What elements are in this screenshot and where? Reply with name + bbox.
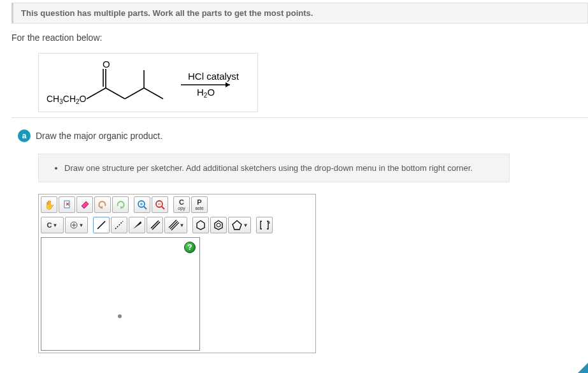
svg-text:HCl catalyst: HCl catalyst (188, 71, 240, 82)
svg-text:CH3CH2O: CH3CH2O (47, 94, 87, 105)
svg-line-4 (125, 88, 144, 99)
copy-label-top: C (179, 199, 184, 206)
paste-button[interactable]: P aste (191, 196, 208, 213)
dotted-bond-button[interactable] (111, 217, 127, 233)
toolbar-bottom: C ▼ ▼ ▼ ▼ (39, 215, 315, 235)
ring-menu-button[interactable]: ▼ (228, 217, 251, 233)
triple-bond-icon (168, 219, 179, 231)
svg-point-36 (217, 223, 220, 227)
single-bond-button[interactable] (93, 217, 110, 233)
undo-button[interactable] (94, 196, 111, 213)
part-letter-badge: a (18, 129, 31, 142)
hexagon-ring-button[interactable] (192, 217, 209, 233)
chevron-down-icon: ▼ (53, 223, 58, 228)
chevron-down-icon: ▼ (180, 223, 185, 228)
atom-label: C (47, 221, 52, 229)
undo-icon (97, 200, 108, 210)
section-divider (11, 117, 588, 118)
pan-hand-button[interactable]: ✋ (41, 196, 57, 213)
svg-marker-35 (215, 221, 222, 230)
svg-text:H2O: H2O (197, 87, 215, 99)
svg-text:±: ± (268, 220, 270, 224)
wedge-bond-icon (131, 219, 143, 231)
benzene-icon (213, 219, 224, 231)
canvas-origin-dot (118, 314, 122, 318)
svg-line-3 (106, 88, 125, 99)
triple-bond-button[interactable]: ▼ (164, 217, 187, 233)
paste-label-bot: aste (195, 206, 203, 210)
svg-marker-10 (226, 82, 230, 87)
svg-line-5 (144, 88, 163, 99)
svg-text:O: O (103, 59, 110, 69)
zoom-out-icon (155, 200, 165, 210)
svg-marker-28 (133, 221, 141, 229)
brackets-button[interactable]: ± (256, 217, 273, 233)
select-button[interactable] (59, 196, 75, 213)
zoom-in-icon (137, 200, 147, 210)
reaction-scheme: O CH3CH2O HCl catalyst H2O (38, 53, 258, 112)
hexagon-icon (195, 219, 206, 231)
copy-button[interactable]: C opy (173, 196, 190, 213)
paste-label-top: P (197, 199, 201, 206)
part-row: a Draw the major organic product. (0, 129, 588, 142)
benzene-ring-button[interactable] (210, 217, 227, 233)
redo-button[interactable] (112, 196, 129, 213)
svg-line-17 (144, 207, 147, 209)
atom-select-button[interactable]: C ▼ (41, 217, 64, 233)
pentagon-icon (231, 219, 243, 231)
svg-marker-37 (233, 221, 241, 230)
reaction-svg: O CH3CH2O HCl catalyst H2O (45, 59, 252, 106)
instruction-bullet: Draw one structure per sketcher. Add add… (64, 163, 496, 173)
zoom-in-button[interactable] (134, 196, 150, 213)
charge-button[interactable]: ▼ (65, 217, 88, 233)
svg-line-0 (87, 88, 106, 99)
toolbar-top: ✋ C opy P aste (39, 194, 315, 215)
svg-marker-34 (197, 221, 204, 230)
svg-line-21 (162, 207, 164, 209)
molecule-sketcher: ✋ C opy P aste C ▼ (38, 194, 316, 353)
charge-icon (69, 221, 78, 230)
select-icon (62, 200, 71, 210)
double-bond-icon (149, 219, 161, 231)
redo-icon (115, 200, 125, 210)
help-button[interactable]: ? (184, 242, 196, 253)
double-bond-button[interactable] (147, 217, 163, 233)
single-bond-icon (96, 219, 107, 231)
chevron-down-icon: ▼ (79, 223, 84, 228)
hand-icon: ✋ (44, 200, 55, 210)
copy-label-bot: opy (178, 206, 185, 210)
sketcher-instruction-box: Draw one structure per sketcher. Add add… (38, 154, 510, 182)
chevron-down-icon: ▼ (243, 223, 248, 228)
svg-line-26 (97, 221, 105, 229)
reaction-prompt: For the reaction below: (0, 33, 588, 48)
header-instruction: This question has multiple parts. Work a… (11, 3, 588, 24)
eraser-icon (80, 200, 90, 210)
bracket-icon: ± (259, 219, 270, 231)
drawing-canvas[interactable]: ? (41, 237, 200, 351)
part-instruction: Draw the major organic product. (36, 131, 162, 141)
dotted-bond-icon (113, 219, 125, 231)
svg-line-27 (115, 221, 123, 229)
wedge-bond-button[interactable] (129, 217, 145, 233)
erase-button[interactable] (76, 196, 93, 213)
zoom-out-button[interactable] (152, 196, 168, 213)
